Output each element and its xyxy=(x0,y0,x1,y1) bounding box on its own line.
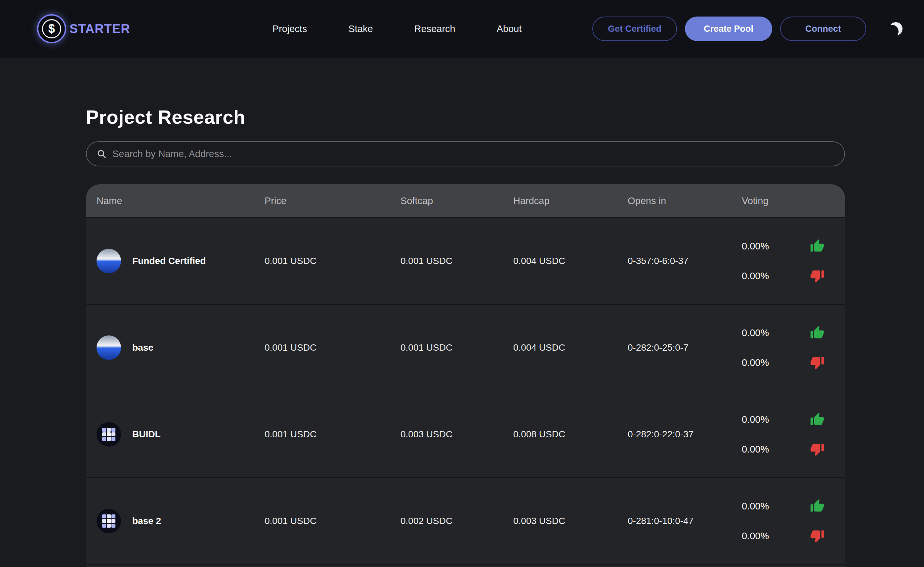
thumb-up-icon[interactable] xyxy=(810,499,825,513)
create-pool-button[interactable]: Create Pool xyxy=(685,16,772,41)
project-hardcap: 0.003 USDC xyxy=(513,516,628,526)
column-header-opens-in: Opens in xyxy=(628,195,742,206)
nav-links: Projects Stake Research About xyxy=(273,24,522,34)
search-icon xyxy=(97,149,106,159)
vote-down-percentage: 0.00% xyxy=(742,444,769,455)
project-opens-in: 0-357:0-6:0-37 xyxy=(628,256,742,266)
project-price: 0.001 USDC xyxy=(265,429,400,440)
project-logo xyxy=(97,422,121,447)
search-bar[interactable] xyxy=(86,141,845,166)
project-logo xyxy=(97,335,121,360)
vote-down-percentage: 0.00% xyxy=(742,357,769,368)
table-row[interactable]: Funded Certified 0.001 USDC 0.001 USDC 0… xyxy=(86,218,845,304)
thumb-up-icon[interactable] xyxy=(810,326,825,340)
project-name: base 2 xyxy=(132,516,161,526)
project-hardcap: 0.004 USDC xyxy=(513,342,628,353)
starter-logo-icon: $ xyxy=(37,14,66,44)
vote-up-percentage: 0.00% xyxy=(742,241,769,252)
project-hardcap: 0.008 USDC xyxy=(513,429,628,440)
vote-up-percentage: 0.00% xyxy=(742,414,769,425)
table-row-partial[interactable] xyxy=(86,564,845,567)
project-price: 0.001 USDC xyxy=(265,516,400,526)
search-input[interactable] xyxy=(112,148,834,159)
research-table: Name Price Softcap Hardcap Opens in Voti… xyxy=(86,184,845,567)
navbar: $ STARTER Projects Stake Research About … xyxy=(0,0,924,57)
thumb-up-icon[interactable] xyxy=(810,239,825,254)
project-logo xyxy=(97,249,121,273)
column-header-hardcap: Hardcap xyxy=(513,195,628,206)
nav-item-projects[interactable]: Projects xyxy=(273,24,307,34)
dark-mode-toggle-moon-icon[interactable] xyxy=(889,22,903,35)
project-softcap: 0.002 USDC xyxy=(400,516,513,526)
column-header-name: Name xyxy=(97,195,265,206)
vote-down-percentage: 0.00% xyxy=(742,531,769,542)
table-row[interactable]: base 2 0.001 USDC 0.002 USDC 0.003 USDC … xyxy=(86,477,845,564)
thumb-up-icon[interactable] xyxy=(810,412,825,427)
project-opens-in: 0-281:0-10:0-47 xyxy=(628,516,742,526)
project-opens-in: 0-282:0-25:0-7 xyxy=(628,342,742,353)
vote-down-percentage: 0.00% xyxy=(742,271,769,282)
project-price: 0.001 USDC xyxy=(265,256,400,266)
project-hardcap: 0.004 USDC xyxy=(513,256,628,266)
connect-wallet-button[interactable]: Connect xyxy=(780,16,866,41)
nav-item-about[interactable]: About xyxy=(497,24,522,34)
thumb-down-icon[interactable] xyxy=(810,268,825,283)
project-logo xyxy=(97,509,121,533)
table-row[interactable]: BUIDL 0.001 USDC 0.003 USDC 0.008 USDC 0… xyxy=(86,391,845,477)
nav-item-stake[interactable]: Stake xyxy=(348,24,373,34)
project-name: BUIDL xyxy=(132,429,161,440)
project-softcap: 0.001 USDC xyxy=(400,342,513,353)
column-header-softcap: Softcap xyxy=(400,195,513,206)
nav-item-research[interactable]: Research xyxy=(414,24,455,34)
nav-actions: Get Certified Create Pool Connect xyxy=(592,16,903,41)
thumb-down-icon[interactable] xyxy=(810,355,825,370)
thumb-down-icon[interactable] xyxy=(810,529,825,543)
get-certified-button[interactable]: Get Certified xyxy=(592,16,677,41)
project-opens-in: 0-282:0-22:0-37 xyxy=(628,429,742,440)
project-softcap: 0.003 USDC xyxy=(400,429,513,440)
thumb-down-icon[interactable] xyxy=(810,442,825,456)
table-row[interactable]: base 0.001 USDC 0.001 USDC 0.004 USDC 0-… xyxy=(86,304,845,391)
page-title: Project Research xyxy=(86,106,845,128)
vote-up-percentage: 0.00% xyxy=(742,501,769,512)
main-content: Project Research Name Price Softcap Hard… xyxy=(86,106,845,567)
column-header-voting: Voting xyxy=(742,195,845,206)
project-price: 0.001 USDC xyxy=(265,342,400,353)
brand-name: STARTER xyxy=(69,22,130,36)
project-name: Funded Certified xyxy=(132,256,206,266)
project-name: base xyxy=(132,342,153,353)
brand[interactable]: $ STARTER xyxy=(37,14,130,44)
project-softcap: 0.001 USDC xyxy=(400,256,513,266)
dollar-icon: $ xyxy=(42,19,61,38)
vote-up-percentage: 0.00% xyxy=(742,327,769,338)
table-header: Name Price Softcap Hardcap Opens in Voti… xyxy=(86,184,845,218)
column-header-price: Price xyxy=(265,195,400,206)
